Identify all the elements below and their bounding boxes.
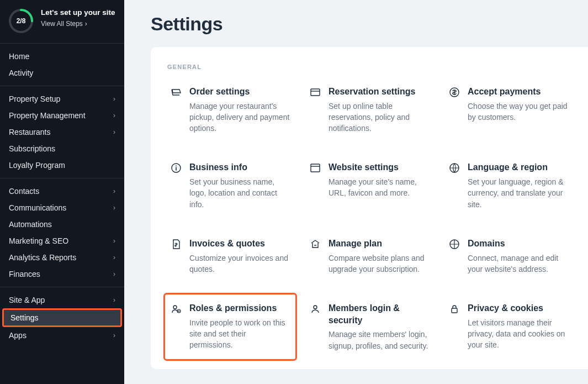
chevron-right-icon: › [113,254,115,261]
tile-info[interactable]: Business info Set your business name, lo… [167,157,293,214]
sidebar-item-loyalty-program[interactable]: Loyalty Program [0,157,124,173]
tile-roles[interactable]: Roles & permissions Invite people to wor… [163,293,297,361]
tile-desc: Choose the way you get paid by customers… [468,101,568,123]
tile-title: Accept payments [468,86,568,98]
chevron-right-icon: › [113,204,115,212]
tile-title: Order settings [189,86,290,98]
tile-desc: Let visitors manage their privacy, data … [468,317,568,351]
privacy-icon [449,303,460,314]
setup-widget[interactable]: 2/8 Let's set up your site View All Step… [0,0,124,39]
chevron-right-icon: › [113,95,115,103]
sidebar-item-site-app[interactable]: Site & App › [0,292,124,308]
order-icon [171,87,182,98]
tile-title: Business info [189,161,290,173]
sidebar-item-restaurants[interactable]: Restaurants › [0,124,124,140]
sidebar-item-label: Finances [9,270,40,278]
setup-title: Let's set up your site [41,8,116,18]
settings-highlight: Settings [2,308,122,327]
sidebar-divider [0,178,124,178]
tile-desc: Set your language, region & currency, an… [468,176,568,210]
sidebar-divider [0,86,124,86]
sidebar-item-analytics-reports[interactable]: Analytics & Reports › [0,249,124,266]
sidebar-item-marketing-seo[interactable]: Marketing & SEO › [0,233,124,249]
sidebar-item-activity[interactable]: Activity [0,65,124,81]
sidebar-item-label: Site & App [9,296,45,304]
sidebar-item-finances[interactable]: Finances › [0,266,124,282]
sidebar-item-label: Analytics & Reports [9,253,76,262]
chevron-right-icon: › [85,20,87,28]
sidebar-item-home[interactable]: Home [0,48,124,65]
sidebar-item-apps[interactable]: Apps › [0,327,124,344]
tile-title: Website settings [329,161,429,173]
chevron-right-icon: › [113,187,115,195]
tile-title: Language & region [468,161,568,173]
settings-card: GENERAL Order settings Manage your resta… [151,47,588,369]
sidebar-item-settings[interactable]: Settings [4,310,120,325]
tile-website[interactable]: Website settings Manage your site's name… [306,157,432,214]
sidebar-item-subscriptions[interactable]: Subscriptions [0,140,124,157]
plan-icon [310,239,321,250]
info-icon [171,162,182,173]
tile-desc: Invite people to work on this site and s… [189,317,290,351]
tile-reservation[interactable]: Reservation settings Set up online table… [306,81,432,138]
tile-desc: Set your business name, logo, location a… [189,176,290,210]
tile-title: Privacy & cookies [468,302,568,314]
chevron-right-icon: › [113,270,115,278]
tile-desc: Customize your invoices and quotes. [189,253,290,275]
sidebar-item-label: Settings [10,313,39,322]
view-all-steps-link[interactable]: View All Steps › [41,20,116,28]
tile-order[interactable]: Order settings Manage your restaurant's … [167,81,293,138]
progress-label: 2/8 [8,8,34,34]
progress-ring: 2/8 [8,8,34,34]
sidebar-item-property-setup[interactable]: Property Setup › [0,91,124,107]
tile-desc: Manage your restaurant's pickup, deliver… [189,101,290,134]
sidebar-item-label: Property Management [9,111,86,120]
tile-plan[interactable]: Manage plan Compare website plans and up… [306,233,432,279]
sidebar: 2/8 Let's set up your site View All Step… [0,0,124,384]
sidebar-item-label: Marketing & SEO [9,236,68,245]
sidebar-item-label: Communications [9,203,66,212]
sidebar-item-label: Apps [9,331,27,340]
tile-payments[interactable]: Accept payments Choose the way you get p… [446,81,571,138]
chevron-right-icon: › [113,332,115,339]
reservation-icon [310,87,321,98]
domains-icon [449,239,460,250]
view-all-steps-label: View All Steps [41,20,83,28]
chevron-right-icon: › [113,128,115,136]
sidebar-item-label: Loyalty Program [9,161,65,170]
tile-privacy[interactable]: Privacy & cookies Let visitors manage th… [446,298,571,356]
invoices-icon [171,239,182,250]
tile-language[interactable]: Language & region Set your language, reg… [446,157,571,214]
language-icon [449,162,460,173]
members-icon [310,303,321,314]
tile-members[interactable]: Members login & security Manage site mem… [306,298,432,356]
tile-title: Invoices & quotes [189,238,290,250]
tile-title: Domains [468,238,568,250]
sidebar-item-label: Restaurants [9,128,50,136]
sidebar-item-label: Automations [9,220,52,229]
section-label: GENERAL [167,64,571,70]
sidebar-item-label: Activity [9,69,33,77]
sidebar-divider [0,43,124,44]
sidebar-item-label: Subscriptions [9,144,55,153]
sidebar-item-contacts[interactable]: Contacts › [0,183,124,199]
main-content: Settings GENERAL Order settings Manage y… [124,0,588,384]
tile-desc: Manage site members' login, signup, prof… [329,329,429,351]
website-icon [310,162,321,173]
sidebar-item-property-management[interactable]: Property Management › [0,107,124,124]
page-title: Settings [151,13,588,35]
tile-title: Reservation settings [329,86,429,98]
sidebar-item-label: Contacts [9,187,39,196]
sidebar-divider [0,287,124,287]
sidebar-item-label: Property Setup [9,94,60,103]
sidebar-item-automations[interactable]: Automations [0,216,124,233]
tile-title: Members login & security [329,302,429,326]
tiles-grid: Order settings Manage your restaurant's … [167,81,571,356]
sidebar-item-communications[interactable]: Communications › [0,199,124,216]
chevron-right-icon: › [113,296,115,304]
tile-desc: Set up online table reservations, policy… [329,101,429,134]
tile-invoices[interactable]: Invoices & quotes Customize your invoice… [167,233,293,279]
tile-desc: Connect, manage and edit your website's … [468,253,568,275]
tile-domains[interactable]: Domains Connect, manage and edit your we… [446,233,571,279]
tile-desc: Compare website plans and upgrade your s… [329,253,429,275]
